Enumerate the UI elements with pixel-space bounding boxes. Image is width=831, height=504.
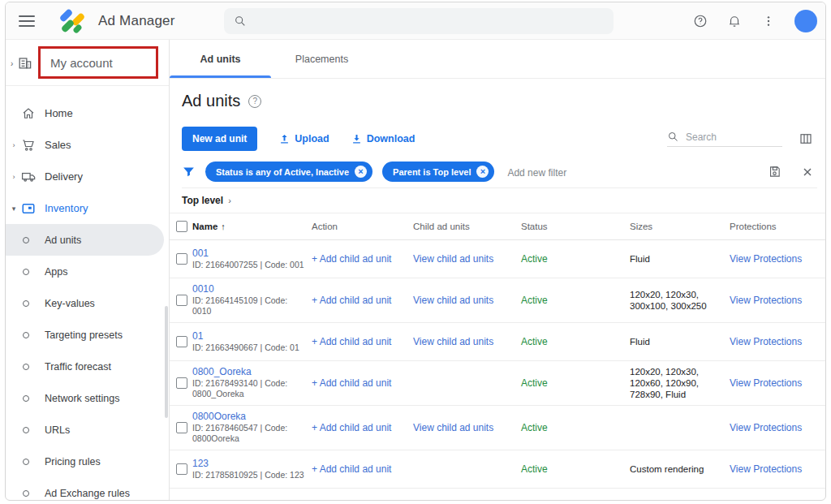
expand-caret-icon[interactable]: › [10, 173, 18, 181]
column-header-name[interactable]: Name↑ [192, 222, 312, 231]
global-search-input[interactable] [224, 8, 614, 34]
row-checkbox[interactable] [176, 463, 187, 475]
page-title: Ad units [182, 92, 240, 110]
sidebar-item-home[interactable]: Home [6, 97, 169, 129]
view-child-ad-units-link[interactable]: View child ad units [413, 336, 493, 347]
view-child-ad-units-link[interactable]: View child ad units [413, 295, 493, 306]
view-protections-link[interactable]: View Protections [730, 253, 802, 265]
expand-caret-icon[interactable]: › [10, 141, 18, 149]
ad-unit-id: ID: 21663490667 | Code: 01 [192, 342, 305, 353]
add-child-ad-unit-link[interactable]: + Add child ad unit [312, 295, 391, 306]
sidebar-subitem[interactable]: Key-values [6, 287, 169, 319]
column-header-child[interactable]: Child ad units [413, 222, 521, 231]
filter-chip[interactable]: Status is any of Active, Inactive × [205, 162, 372, 182]
column-header-sizes[interactable]: Sizes [630, 222, 730, 231]
view-protections-link[interactable]: View Protections [730, 463, 802, 475]
row-checkbox[interactable] [176, 295, 187, 306]
row-checkbox[interactable] [176, 422, 187, 433]
chip-remove-icon[interactable]: × [355, 166, 367, 178]
collapse-caret-icon[interactable]: ▾ [10, 205, 18, 213]
breadcrumb: Top level › [170, 188, 825, 213]
sizes-cell: 120x20, 120x30, 120x60, 120x90, 728x90, … [630, 366, 730, 400]
sidebar-nav: Home › Sales › Delivery ▾ [6, 86, 169, 501]
view-child-ad-units-link[interactable]: View child ad units [413, 253, 493, 265]
column-settings-icon[interactable] [799, 131, 813, 146]
bullet-circle-icon [23, 364, 29, 370]
ad-unit-name-link[interactable]: 0800_Ooreka [192, 367, 305, 377]
ad-unit-name-link[interactable]: 0010 [192, 284, 305, 295]
view-protections-link[interactable]: View Protections [730, 336, 802, 347]
avatar[interactable] [794, 10, 817, 32]
select-all-checkbox[interactable] [176, 221, 187, 232]
help-icon[interactable] [692, 13, 708, 29]
view-protections-link[interactable]: View Protections [730, 422, 802, 433]
sidebar-subitem[interactable]: Network settings [6, 382, 169, 414]
protections-cell: View Protections [730, 295, 825, 306]
add-child-ad-unit-link[interactable]: + Add child ad unit [312, 463, 391, 475]
name-cell: 0800_Ooreka ID: 21678493140 | Code: 0800… [192, 361, 312, 405]
sidebar-subitem[interactable]: Apps [6, 256, 169, 287]
add-child-ad-unit-link[interactable]: + Add child ad unit [312, 253, 391, 265]
table-row: 0800_Ooreka ID: 21678493140 | Code: 0800… [170, 361, 825, 406]
ad-unit-name-link[interactable]: 001 [192, 248, 305, 259]
row-checkbox[interactable] [176, 377, 187, 389]
sidebar-item-sales[interactable]: › Sales [6, 129, 169, 161]
more-options-icon[interactable] [760, 13, 777, 29]
status-badge: Active [521, 377, 630, 389]
sidebar-subitem[interactable]: URLs [6, 414, 169, 446]
filter-funnel-icon [182, 165, 196, 179]
column-header-action[interactable]: Action [312, 222, 413, 231]
filter-chips: Status is any of Active, Inactive × Pare… [196, 162, 494, 182]
add-filter-input[interactable] [507, 167, 605, 179]
status-badge: Active [521, 463, 630, 475]
table-row: 001 ID: 21664007255 | Code: 001 + Add ch… [170, 240, 825, 278]
breadcrumb-top-level[interactable]: Top level [182, 195, 223, 206]
name-cell: 300x250 per edi domus [192, 496, 312, 500]
menu-icon[interactable] [19, 15, 35, 27]
status-badge: Active [521, 253, 630, 265]
ad-unit-id: ID: 21785810925 | Code: 123 [192, 470, 305, 480]
search-icon [667, 131, 679, 143]
download-button[interactable]: Download [351, 133, 416, 145]
save-filter-icon[interactable] [768, 165, 781, 179]
view-protections-link[interactable]: View Protections [730, 377, 802, 389]
child-cell: View child ad units [413, 422, 521, 433]
row-checkbox[interactable] [176, 336, 187, 347]
sidebar-subitem[interactable]: Targeting presets [6, 319, 169, 351]
sidebar-subitem[interactable]: Pricing rules [6, 446, 169, 477]
ad-unit-name-link[interactable]: 0800Ooreka [192, 411, 305, 422]
new-ad-unit-button[interactable]: New ad unit [182, 127, 257, 151]
tab-ad-units[interactable]: Ad units [170, 40, 271, 78]
view-protections-link[interactable]: View Protections [730, 295, 802, 306]
add-child-ad-unit-link[interactable]: + Add child ad unit [312, 422, 391, 433]
action-cell: + Add child ad unit [312, 253, 413, 265]
column-header-protections[interactable]: Protections [730, 222, 825, 231]
sidebar-item-delivery[interactable]: › Delivery [6, 161, 169, 192]
sidebar-scrollbar[interactable] [165, 306, 168, 418]
page-help-icon[interactable]: ? [248, 95, 261, 108]
add-filter-field[interactable] [507, 165, 605, 179]
add-child-ad-unit-link[interactable]: + Add child ad unit [312, 377, 391, 389]
table-search[interactable] [667, 131, 782, 147]
ad-unit-name-link[interactable]: 01 [192, 331, 305, 342]
row-checkbox[interactable] [176, 253, 187, 265]
column-header-status[interactable]: Status [521, 222, 630, 231]
ad-unit-id: ID: 21664007255 | Code: 001 [192, 260, 305, 270]
notifications-bell-icon[interactable] [726, 13, 743, 29]
add-child-ad-unit-link[interactable]: + Add child ad unit [312, 336, 391, 347]
view-child-ad-units-link[interactable]: View child ad units [413, 422, 493, 433]
account-label: My account [41, 56, 113, 70]
account-selector[interactable]: › My account [6, 40, 169, 86]
tab-placements[interactable]: Placements [271, 40, 372, 78]
sidebar-subitem[interactable]: Ad units [6, 224, 164, 256]
upload-button[interactable]: Upload [278, 133, 329, 145]
table-search-input[interactable] [686, 131, 767, 143]
toolbar: New ad unit Upload Download [182, 127, 813, 151]
filter-chip[interactable]: Parent is Top level × [382, 162, 494, 182]
sidebar-subitem[interactable]: Traffic forecast [6, 351, 169, 382]
sidebar-subitem[interactable]: Ad Exchange rules [6, 477, 169, 501]
sidebar-item-inventory[interactable]: ▾ Inventory [6, 192, 169, 224]
chip-remove-icon[interactable]: × [476, 166, 489, 178]
close-filter-icon[interactable] [801, 166, 814, 179]
ad-unit-name-link[interactable]: 123 [192, 459, 305, 469]
